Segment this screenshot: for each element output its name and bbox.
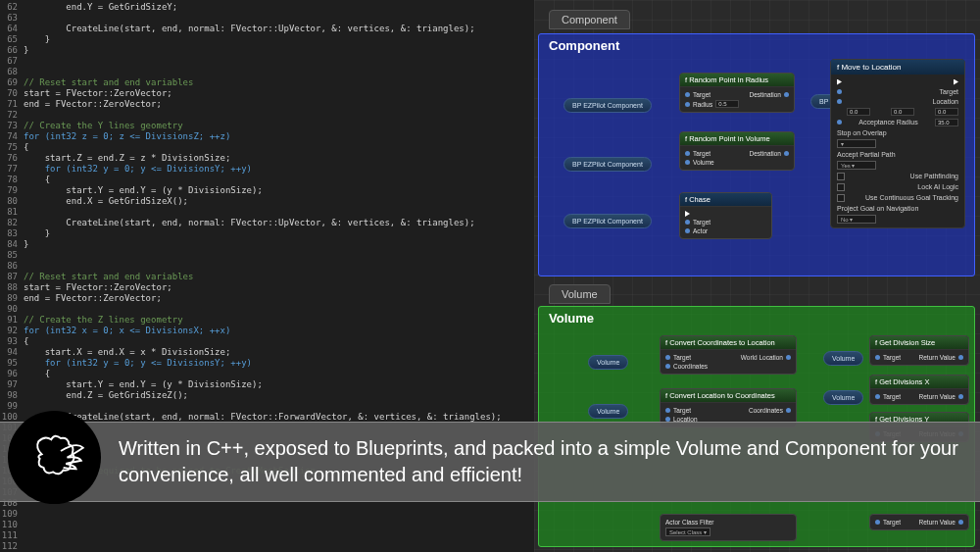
- pin-ret: Return Value: [919, 393, 956, 400]
- lbl-actor-filter: Actor Class Filter: [665, 519, 713, 526]
- ref-volume-2[interactable]: Volume: [588, 404, 628, 419]
- pin-dest: Destination: [749, 91, 781, 98]
- banner-text: Written in C++, exposed to Blueprints, a…: [119, 435, 960, 488]
- node-header: f Random Point in Volume: [680, 132, 794, 146]
- pin-dest: Destination: [749, 150, 781, 157]
- node-div-size[interactable]: f Get Division Size TargetReturn Value: [869, 335, 969, 366]
- pin-volume: Volume: [693, 159, 714, 166]
- ref-ezpilot-2[interactable]: BP EZPilot Component: [564, 157, 652, 172]
- promo-banner: Written in C++, exposed to Blueprints, a…: [0, 422, 980, 502]
- partial-select[interactable]: Yes ▾: [837, 161, 876, 170]
- pin-radius: Radius: [693, 101, 712, 108]
- accept-input[interactable]: [935, 119, 958, 126]
- chk-cont[interactable]: [837, 194, 845, 202]
- pin-ret: Return Value: [919, 354, 956, 361]
- pin-actor: Actor: [693, 227, 708, 234]
- ref-volume-3[interactable]: Volume: [823, 351, 863, 366]
- pin-target: Target: [673, 354, 691, 361]
- pin-target: Target: [940, 88, 958, 95]
- section-label-volume: Volume: [539, 307, 974, 329]
- section-label-component: Component: [539, 34, 974, 57]
- tab-volume[interactable]: Volume: [549, 284, 611, 304]
- ref-ezpilot-3[interactable]: BP EZPilot Component: [564, 214, 652, 228]
- pin-world: World Location: [741, 354, 783, 361]
- actor-class-select[interactable]: Select Class ▾: [665, 527, 710, 536]
- pin-ret: Return Value: [919, 519, 956, 526]
- loc-y[interactable]: [891, 108, 914, 116]
- node-bottom-right[interactable]: TargetReturn Value: [869, 514, 969, 530]
- lbl-proj-goal: Project Goal on Navigation: [837, 205, 918, 212]
- ref-volume-4[interactable]: Volume: [823, 390, 863, 405]
- node-actor-filter[interactable]: Actor Class Filter Select Class ▾: [660, 514, 797, 541]
- loc-x[interactable]: [847, 108, 870, 116]
- node-random-radius[interactable]: f Random Point in Radius TargetDestinati…: [679, 73, 795, 113]
- chk-pathfinding[interactable]: [837, 173, 845, 180]
- lbl-lock-ai: Lock AI Logic: [917, 183, 958, 190]
- lbl-stop-overlap: Stop on Overlap: [837, 129, 887, 136]
- pin-coords: Coordinates: [673, 363, 708, 370]
- pin-target: Target: [693, 150, 710, 157]
- pin-target: Target: [673, 407, 691, 414]
- radius-input[interactable]: [715, 100, 739, 108]
- node-header: f Convert Location to Coordinates: [661, 389, 796, 403]
- ref-ezpilot-1[interactable]: BP EZPilot Component: [564, 98, 652, 113]
- brand-logo: [8, 411, 101, 504]
- pin-target: Target: [693, 219, 710, 226]
- pin-target: Target: [883, 354, 901, 361]
- brain-wing-icon: [23, 426, 86, 489]
- node-chase[interactable]: f Chase Target Actor: [679, 192, 772, 239]
- pin-target: Target: [883, 393, 901, 400]
- stop-overlap-select[interactable]: ▾: [837, 139, 876, 148]
- ref-volume-1[interactable]: Volume: [588, 355, 628, 370]
- pin-target: Target: [693, 91, 710, 98]
- lbl-cont-track: Use Continuous Goal Tracking: [865, 194, 958, 201]
- pin-location: Location: [933, 98, 958, 105]
- pin-coords: Coordinates: [749, 407, 783, 414]
- node-header: f Convert Coordinates to Location: [661, 336, 796, 350]
- node-header: f Chase: [680, 193, 771, 207]
- tab-component[interactable]: Component: [549, 10, 630, 29]
- node-header: f Get Divisions X: [870, 376, 968, 389]
- loc-z[interactable]: [935, 108, 958, 116]
- node-random-volume[interactable]: f Random Point in Volume TargetDestinati…: [679, 131, 795, 171]
- node-header: f Random Point in Radius: [680, 74, 794, 87]
- node-header: f Move to Location: [831, 60, 964, 75]
- node-header: f Get Division Size: [870, 336, 968, 350]
- pin-target: Target: [883, 519, 901, 526]
- lbl-accept-partial: Accept Partial Path: [837, 151, 896, 158]
- node-move-to-location[interactable]: f Move to Location Target Location Accep…: [830, 59, 965, 228]
- lbl-use-path: Use Pathfinding: [910, 173, 958, 179]
- pin-accept: Acceptance Radius: [858, 119, 917, 125]
- node-conv-coords-loc[interactable]: f Convert Coordinates to Location Target…: [660, 335, 797, 375]
- node-div-x[interactable]: f Get Divisions X TargetReturn Value: [869, 375, 969, 405]
- chk-lockai[interactable]: [837, 183, 845, 191]
- proj-select[interactable]: No ▾: [837, 215, 876, 224]
